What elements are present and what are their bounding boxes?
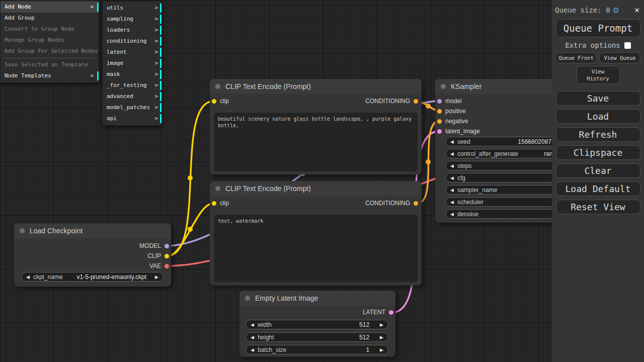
submenu-accent-bar [160, 37, 162, 46]
load-default-button[interactable]: Load Default [556, 182, 640, 196]
clipspace-button[interactable]: Clipspace [556, 145, 640, 160]
submenu-item-model-patches[interactable]: model_patches > [103, 102, 162, 113]
view-history-button[interactable]: View History [577, 66, 620, 84]
output-port-latent[interactable]: LATENT [239, 307, 395, 317]
prompt-textarea[interactable]: beautiful scenery nature glass bottle la… [214, 113, 418, 171]
output-port-vae[interactable]: VAE [14, 261, 171, 271]
port-dot-conditioning[interactable] [414, 99, 418, 104]
node-title-bar[interactable]: CLIP Text Encode (Prompt) [210, 79, 422, 94]
collapse-dot[interactable] [215, 186, 220, 191]
increment-arrow-icon[interactable]: ▶ [380, 322, 383, 327]
reset-view-button[interactable]: Reset View [556, 200, 640, 214]
submenu-item-mask[interactable]: mask > [103, 69, 162, 80]
submenu-accent-bar [160, 81, 162, 90]
queue-prompt-button[interactable]: Queue Prompt [556, 19, 640, 37]
menu-item-add-group[interactable]: Add Group [1, 13, 99, 24]
output-port-model[interactable]: MODEL [14, 241, 171, 251]
node-title-bar[interactable]: Load Checkpoint [14, 223, 171, 238]
load-button[interactable]: Load [556, 109, 640, 124]
submenu-item-advanced[interactable]: advanced > [103, 91, 162, 102]
submenu-item-loaders[interactable]: loaders > [103, 25, 162, 36]
collapse-dot[interactable] [20, 228, 25, 233]
menu-item-label: utils [107, 5, 123, 11]
extra-options-checkbox[interactable] [624, 42, 631, 49]
settings-gear-icon[interactable]: ⚙ [613, 5, 619, 15]
port-dot-model[interactable] [437, 99, 442, 104]
node-title-bar[interactable]: Empty Latent Image [239, 291, 395, 306]
port-dot-conditioning[interactable] [414, 201, 418, 206]
submenu-item-conditioning[interactable]: conditioning > [103, 36, 162, 47]
port-label: latent_image [445, 128, 480, 135]
submenu-accent-bar [160, 15, 162, 24]
node-load-checkpoint[interactable]: Load Checkpoint MODEL CLIP VAE ◀ ckpt_na… [14, 223, 171, 287]
menu-item-label: image [107, 60, 123, 66]
widget-value: 512 [359, 334, 369, 341]
view-queue-button[interactable]: View Queue [599, 52, 640, 63]
queue-buttons-row: Queue Front View Queue [552, 52, 644, 63]
menu-item-label: conditioning [107, 38, 146, 44]
submenu-item-image[interactable]: image > [103, 58, 162, 69]
decrement-arrow-icon[interactable]: ◀ [251, 335, 254, 340]
node-title-bar[interactable]: CLIP Text Encode (Prompt) [210, 181, 422, 196]
decrement-arrow-icon[interactable]: ◀ [450, 163, 454, 168]
widget-ckpt-name[interactable]: ◀ ckpt_name v1-5-pruned-emaonly.ckpt ▶ [21, 272, 164, 282]
widget-width[interactable]: ◀ width 512 ▶ [246, 320, 388, 329]
menu-item-label: loaders [107, 27, 130, 33]
node-clip-text-encode-positive[interactable]: CLIP Text Encode (Prompt) clip CONDITION… [210, 79, 422, 174]
decrement-arrow-icon[interactable]: ◀ [450, 188, 454, 193]
port-label: LATENT [363, 309, 385, 316]
menu-item-label: Add Group For Selected Nodes [5, 48, 98, 54]
port-dot-clip[interactable] [212, 201, 216, 206]
decrement-arrow-icon[interactable]: ◀ [450, 200, 454, 205]
node-clip-text-encode-negative[interactable]: CLIP Text Encode (Prompt) clip CONDITION… [210, 181, 422, 286]
output-port-conditioning[interactable]: CONDITIONING [365, 98, 422, 105]
submenu-item-api[interactable]: api > [103, 113, 162, 124]
collapse-dot[interactable] [245, 296, 250, 301]
refresh-button[interactable]: Refresh [556, 127, 640, 142]
increment-arrow-icon[interactable]: ▶ [380, 347, 383, 352]
port-dot-clip[interactable] [212, 99, 216, 104]
submenu-item-for-testing[interactable]: _for_testing > [103, 80, 162, 91]
decrement-arrow-icon[interactable]: ◀ [251, 347, 254, 352]
decrement-arrow-icon[interactable]: ◀ [26, 275, 30, 280]
output-port-conditioning[interactable]: CONDITIONING [365, 200, 422, 207]
submenu-item-latent[interactable]: latent > [103, 47, 162, 58]
decrement-arrow-icon[interactable]: ◀ [450, 151, 454, 156]
menu-item-add-node[interactable]: Add Node > [1, 2, 99, 13]
submenu-item-utils[interactable]: utils > [103, 3, 162, 14]
menu-item-node-templates[interactable]: Node Templates > [1, 70, 99, 81]
port-dot-positive[interactable] [437, 109, 442, 114]
port-dot-latent-image[interactable] [437, 129, 442, 134]
widget-height[interactable]: ◀ height 512 ▶ [246, 332, 388, 342]
port-dot-model[interactable] [165, 244, 169, 248]
port-dot-clip[interactable] [165, 254, 169, 258]
decrement-arrow-icon[interactable]: ◀ [450, 175, 454, 180]
submenu-accent-bar [160, 114, 162, 123]
port-dot-vae[interactable] [165, 264, 169, 268]
port-dot-latent[interactable] [389, 310, 393, 315]
increment-arrow-icon[interactable]: ▶ [380, 335, 383, 340]
queue-front-button[interactable]: Queue Front [555, 52, 597, 63]
input-port-clip[interactable]: clip CONDITIONING [210, 96, 422, 106]
close-icon[interactable]: ✕ [634, 5, 639, 15]
collapse-dot[interactable] [441, 84, 446, 89]
menu-item-label: Manage Group Nodes [5, 37, 64, 43]
menu-item-label: Add Node [5, 4, 31, 10]
extra-options-label: Extra options [565, 41, 620, 49]
submenu-accent-bar [160, 70, 162, 79]
output-port-clip[interactable]: CLIP [14, 251, 171, 261]
increment-arrow-icon[interactable]: ▶ [155, 275, 158, 280]
input-port-clip[interactable]: clip CONDITIONING [210, 198, 422, 208]
decrement-arrow-icon[interactable]: ◀ [450, 139, 454, 144]
widget-batch-size[interactable]: ◀ batch_size 1 ▶ [246, 345, 388, 354]
decrement-arrow-icon[interactable]: ◀ [450, 212, 454, 217]
node-empty-latent-image[interactable]: Empty Latent Image LATENT ◀ width 512 ▶ … [239, 291, 395, 357]
decrement-arrow-icon[interactable]: ◀ [251, 322, 254, 327]
collapse-dot[interactable] [215, 84, 220, 89]
clear-button[interactable]: Clear [556, 163, 640, 178]
save-button[interactable]: Save [556, 91, 640, 106]
submenu-item-sampling[interactable]: sampling > [103, 14, 162, 25]
port-dot-negative[interactable] [437, 119, 442, 124]
prompt-textarea[interactable]: text, watermark [214, 215, 418, 282]
widget-name: width [258, 321, 272, 328]
